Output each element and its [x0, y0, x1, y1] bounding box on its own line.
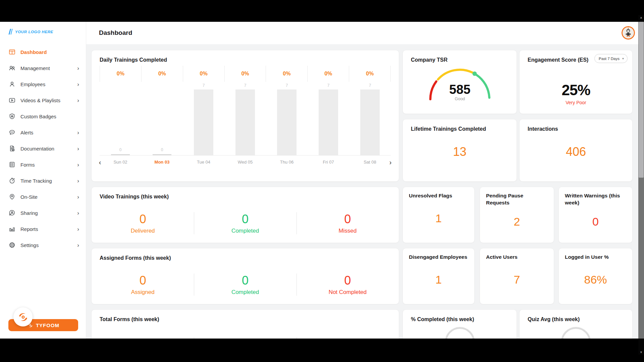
card-title: Video Trainings (this week) — [100, 193, 392, 200]
chart-bar-cell: 7 — [224, 84, 266, 155]
user-avatar[interactable] — [622, 26, 635, 40]
card-title: Written Warnings (this week) — [565, 192, 626, 206]
chart-day-label[interactable]: Thu 06 — [266, 158, 308, 165]
chart-day-label[interactable]: Fri 07 — [308, 158, 349, 165]
bar-value-label: 0 — [100, 147, 141, 152]
card-title: Engagement Score (ES) — [528, 56, 595, 64]
chart-bars: 0 0 7 7 7 7 7 — [100, 84, 391, 156]
disengaged-employees-card: Disengaged Employees 1 — [402, 248, 475, 304]
chart-next-button[interactable]: › — [387, 158, 394, 166]
topbar: Dashboard — [86, 22, 644, 44]
stat-value: 0 — [140, 212, 146, 226]
chevron-right-icon: › — [77, 146, 79, 152]
chart-day-label[interactable]: Mon 03 — [141, 158, 183, 165]
quiz-avg-ring: 0% — [561, 327, 591, 339]
badge-shield-icon — [8, 112, 16, 120]
sidebar-item-settings[interactable]: Settings › — [0, 237, 86, 253]
chart-day-label[interactable]: Sun 02 — [100, 158, 141, 165]
sidebar-item-employees[interactable]: Employees › — [0, 76, 86, 92]
written-warnings-card: Written Warnings (this week) 0 — [558, 187, 633, 243]
chart-bar-cell: 7 — [266, 84, 308, 155]
logged-in-user-pct-value: 86% — [565, 261, 626, 299]
stat-label: Missed — [338, 228, 357, 234]
logo-text: YOUR LOGO HERE — [15, 30, 53, 34]
scrollbar-thumb[interactable] — [639, 22, 644, 178]
daily-trainings-card: Daily Trainings Completed 0% 0% 0% 0% 0%… — [91, 50, 399, 182]
bar-value-label: 7 — [224, 83, 266, 88]
sidebar-item-time-tracking[interactable]: Time Tracking › — [0, 173, 86, 189]
stat-not-completed: 0 Not Completed — [297, 270, 399, 299]
chart-day-label[interactable]: Sat 08 — [349, 158, 391, 165]
stat-label: Not Completed — [329, 289, 367, 296]
card-title: Unresolved Flags — [409, 192, 468, 199]
chart-bar-cell: 7 — [308, 84, 349, 155]
sidebar-item-reports[interactable]: Reports › — [0, 221, 86, 237]
stat-label: Delivered — [131, 228, 155, 234]
active-users-card: Active Users 7 — [480, 248, 554, 304]
video-play-icon — [8, 96, 16, 104]
sidebar-item-dashboard[interactable]: Dashboard — [0, 44, 86, 60]
chart-day-label[interactable]: Tue 04 — [183, 158, 224, 165]
sidebar-item-label: Time Tracking — [20, 178, 77, 184]
sidebar-item-label: Videos & Playlists — [20, 98, 77, 103]
stat-value: 0 — [242, 274, 249, 288]
stat-label: Completed — [231, 289, 259, 296]
card-title: Disengaged Employees — [409, 254, 468, 261]
chart-bar-cell: 7 — [183, 84, 224, 155]
stat-assigned: 0 Assigned — [92, 270, 194, 299]
engagement-value: 25% — [520, 82, 632, 99]
sidebar-item-sharing[interactable]: Sharing › — [0, 205, 86, 221]
chart-percent: 0% — [266, 66, 307, 82]
sidebar-item-label: Forms — [20, 162, 77, 168]
chart-day-label[interactable]: Wed 05 — [224, 158, 266, 165]
document-check-icon — [8, 144, 16, 153]
sidebar-item-management[interactable]: Management › — [0, 60, 86, 76]
sidebar-item-label: Dashboard — [20, 49, 79, 55]
bar — [153, 154, 171, 155]
sidebar-item-forms[interactable]: Forms › — [0, 157, 86, 173]
stat-value: 0 — [140, 274, 146, 288]
video-trainings-card: Video Trainings (this week) 0 Delivered … — [91, 187, 399, 243]
stat-delivered: 0 Delivered — [92, 208, 194, 238]
active-users-value: 7 — [486, 261, 548, 299]
card-title: Total Forms (this week) — [100, 316, 392, 323]
scroll-down-arrow[interactable]: ▼ — [638, 350, 644, 355]
sidebar-item-on-site[interactable]: On-Site › — [0, 189, 86, 205]
sidebar-item-custom-badges[interactable]: Custom Badges — [0, 108, 86, 124]
quiz-avg-card: Quiz Avg (this week) 0% — [519, 309, 633, 339]
date-range-dropdown[interactable]: Past 7 Days ▾ — [594, 54, 628, 63]
card-title: Pending Pause Requests — [486, 192, 548, 206]
sidebar-item-label: Management — [20, 65, 77, 71]
card-title: % Completed (this week) — [411, 316, 510, 323]
stat: 0 — [194, 333, 296, 339]
person-icon — [8, 80, 16, 88]
assigned-forms-card: Assigned Forms (this week) 0 Assigned 0 … — [91, 248, 399, 304]
interactions-value: 406 — [520, 145, 632, 159]
card-title: Active Users — [486, 254, 548, 261]
sidebar-item-alerts[interactable]: Alerts › — [0, 124, 86, 140]
chat-bubble-icon — [8, 128, 16, 136]
date-range-value: Past 7 Days — [599, 57, 620, 61]
stat: 0 — [92, 333, 194, 339]
dashboard-app: YOUR LOGO HERE Dashboard Management › — [0, 22, 644, 339]
stat-label: Completed — [231, 228, 259, 234]
gauge-marker-dot — [472, 71, 477, 76]
logged-in-user-pct-card: Logged in User % 86% — [558, 248, 633, 304]
company-logo[interactable]: YOUR LOGO HERE — [8, 28, 53, 35]
engagement-status: Very Poor — [520, 100, 632, 105]
card-title: Quiz Avg (this week) — [528, 316, 626, 323]
chevron-right-icon: › — [77, 242, 79, 248]
bar-chart-icon — [8, 225, 16, 233]
bar — [111, 154, 130, 155]
sidebar-item-videos-playlists[interactable]: Videos & Playlists › — [0, 92, 86, 108]
sidebar-item-documentation[interactable]: Documentation › — [0, 140, 86, 157]
sidebar-item-label: Reports — [20, 226, 77, 232]
bar — [194, 89, 213, 155]
chart-percent: 0% — [183, 66, 224, 82]
chevron-right-icon: › — [77, 65, 79, 71]
bar — [360, 89, 380, 155]
scroll-up-arrow[interactable]: ▲ — [638, 15, 644, 20]
stat-label: Assigned — [131, 289, 155, 296]
tyfoom-logo-badge — [13, 307, 33, 326]
disengaged-employees-value: 1 — [409, 261, 468, 299]
